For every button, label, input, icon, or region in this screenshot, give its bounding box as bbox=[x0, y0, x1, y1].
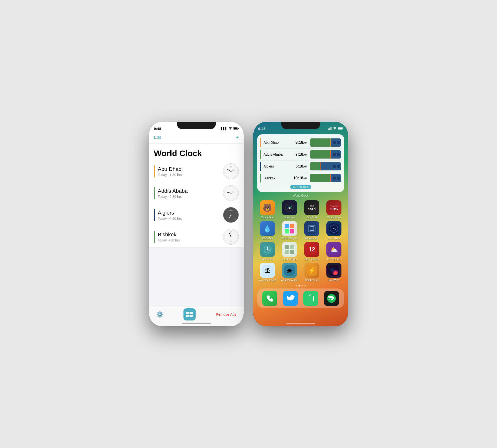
city-bar-algiers bbox=[154, 209, 155, 221]
status-icons: ▌▌▌ bbox=[221, 127, 239, 130]
dock-spotify[interactable] bbox=[324, 291, 339, 306]
dock-icon-twitter bbox=[283, 291, 298, 306]
status-time-phone2: 9:48 bbox=[258, 127, 265, 131]
settings-icon[interactable]: ⚙️ bbox=[156, 311, 164, 318]
app-icon-solarwatch bbox=[326, 263, 342, 278]
add-button[interactable]: + bbox=[236, 134, 239, 141]
widget-bar-algiers bbox=[260, 162, 261, 171]
city-offset-bishkek: Today, +30 hrs bbox=[158, 238, 223, 242]
svg-point-18 bbox=[231, 236, 232, 237]
city-offset-abu-dhabi: Today, -1:30 hrs bbox=[158, 173, 223, 177]
dock-icon-spotify bbox=[324, 291, 339, 306]
dock bbox=[257, 288, 344, 308]
app-clockwidget[interactable]: Clock Widget bbox=[281, 242, 299, 261]
clock-item-algiers[interactable]: Algiers Today, -4:30 hrs AM 5 bbox=[149, 204, 244, 226]
status-bar-phone2: 9:48 bbox=[253, 122, 348, 132]
app-widgetsmith[interactable]: Widgetsmith bbox=[303, 221, 321, 240]
svg-rect-35 bbox=[285, 229, 289, 233]
app-clockgallery[interactable]: 12 Clock Gallery bbox=[303, 242, 321, 261]
app-label-climacell: ClimaCell bbox=[262, 237, 273, 240]
svg-point-10 bbox=[231, 193, 232, 194]
widget-row-addis-ababa: Addis Ababa 7:18AM bbox=[260, 149, 341, 160]
city-info-abu-dhabi: Abu Dhabi Today, -1:30 hrs bbox=[158, 166, 223, 177]
phone1-screen: 9:48 ▌▌▌ Edit + World Clock bbox=[149, 122, 244, 326]
app-weatherwidget1[interactable]: 🏝 Weather widget bbox=[258, 263, 277, 282]
phone-home-screen: 9:48 Abu Dhabi 8:18AM bbox=[253, 122, 348, 326]
svg-rect-25 bbox=[330, 127, 330, 130]
app-tunnelbear[interactable]: 🐻 TunnelBear bbox=[258, 200, 277, 219]
dock-phone[interactable] bbox=[262, 291, 277, 306]
app-speedtest[interactable]: Speedtest bbox=[281, 200, 299, 219]
phone-world-clock: 9:48 ▌▌▌ Edit + World Clock bbox=[149, 122, 244, 326]
app-label-weatherwidget2: Weather Widget bbox=[281, 279, 298, 282]
get-themes-button[interactable]: GET THEMES bbox=[290, 185, 311, 189]
dock-twitter[interactable] bbox=[283, 291, 298, 306]
widget-time-bishkek: 10:18AM bbox=[293, 176, 307, 180]
app-icon-timesprime: TIMES PRIME bbox=[326, 200, 342, 215]
widget-timeline-bishkek bbox=[310, 174, 341, 182]
dock-evernote[interactable] bbox=[303, 291, 318, 306]
battery-icon bbox=[233, 127, 239, 130]
remove-ads-button[interactable]: Remove Ads bbox=[216, 312, 236, 316]
city-name-addis-ababa: Addis Ababa bbox=[158, 188, 223, 194]
home-bar-phone2 bbox=[286, 323, 315, 324]
app-clockface[interactable]: Clock Face bbox=[325, 221, 343, 240]
app-icon-speedtest bbox=[282, 200, 297, 215]
widget-city-algiers: Algiers bbox=[264, 164, 295, 168]
widget-city-bishkek: Bishkek bbox=[264, 176, 293, 180]
app-grid-row1: 🐻 TunnelBear Speedtest bbox=[253, 198, 348, 221]
city-offset-addis-ababa: Today, -2:30 hrs bbox=[158, 195, 223, 199]
app-label-solarwatch: SolarWatch bbox=[328, 279, 340, 282]
city-info-addis-ababa: Addis Ababa Today, -2:30 hrs bbox=[158, 188, 223, 199]
widget-city-abu-dhabi: Abu Dhabi bbox=[264, 141, 295, 144]
page-dots bbox=[253, 285, 348, 287]
svg-text:🏝: 🏝 bbox=[265, 267, 270, 274]
app-weatherwidget2[interactable]: 🌧 Weather Widget bbox=[281, 263, 299, 282]
app-label-clockgallery: Clock Gallery bbox=[305, 258, 319, 261]
city-info-algiers: Algiers Today, -4:30 hrs bbox=[158, 210, 223, 220]
svg-point-6 bbox=[231, 171, 232, 172]
city-bar-abu-dhabi bbox=[154, 165, 155, 177]
app-label-colorwidgets: Color Widgets bbox=[282, 237, 297, 240]
app-timesprime[interactable]: TIMES PRIME Times Prime bbox=[325, 200, 343, 219]
app-icon-clockwidget bbox=[282, 242, 297, 257]
clock-item-abu-dhabi[interactable]: Abu Dhabi Today, -1:30 hrs 8 AM bbox=[149, 160, 244, 182]
svg-rect-51 bbox=[290, 245, 294, 249]
svg-rect-50 bbox=[285, 245, 289, 249]
clock-item-bishkek[interactable]: Bishkek Today, +30 hrs 10 AM bbox=[149, 226, 244, 248]
app-worldclock[interactable]: World Clock bbox=[258, 242, 277, 261]
edit-button[interactable]: Edit bbox=[154, 135, 161, 140]
city-name-bishkek: Bishkek bbox=[158, 232, 223, 238]
svg-rect-21 bbox=[186, 315, 189, 317]
svg-text:12: 12 bbox=[308, 246, 315, 253]
widget-timeline-abu-dhabi bbox=[310, 138, 341, 147]
widget-bar-bishkek bbox=[260, 174, 261, 183]
svg-rect-2 bbox=[234, 127, 238, 129]
app-colorwidgets[interactable]: Color Widgets bbox=[281, 221, 299, 240]
widget-bar-abu-dhabi bbox=[260, 138, 261, 147]
world-clock-widget[interactable]: Abu Dhabi 8:18AM A bbox=[257, 134, 344, 192]
app-climacell[interactable]: 💧 ClimaCell bbox=[258, 221, 277, 240]
svg-point-66 bbox=[330, 268, 334, 272]
widget-icon[interactable] bbox=[184, 308, 196, 320]
clock-item-addis-ababa[interactable]: Addis Ababa Today, -2:30 hrs 7 AM bbox=[149, 182, 244, 204]
dock-icon-evernote bbox=[303, 291, 318, 306]
widget-timeline-algiers bbox=[310, 162, 341, 170]
home-bar-phone1 bbox=[182, 323, 211, 324]
app-grid-row4: 🏝 Weather widget 🌧 Weather Widget bbox=[253, 263, 348, 284]
svg-point-67 bbox=[327, 294, 336, 303]
svg-rect-34 bbox=[290, 224, 294, 228]
app-weatherline[interactable]: ⚡ Weather Line bbox=[303, 263, 321, 282]
phone2-screen: 9:48 Abu Dhabi 8:18AM bbox=[253, 122, 348, 326]
wifi-icon bbox=[229, 127, 232, 130]
svg-rect-29 bbox=[338, 127, 342, 129]
app-heyweather[interactable]: ⛅ HeyWeather bbox=[325, 242, 343, 261]
svg-rect-20 bbox=[189, 312, 193, 314]
city-bar-addis-ababa bbox=[154, 187, 155, 199]
svg-rect-53 bbox=[290, 250, 294, 254]
svg-rect-22 bbox=[189, 315, 193, 317]
app-solarwatch[interactable]: SolarWatch bbox=[325, 263, 343, 282]
app-label-timesprime: Times Prime bbox=[327, 216, 341, 219]
app-label-heyweather: HeyWeather bbox=[327, 258, 341, 261]
app-onecard[interactable]: one card OneCard bbox=[303, 200, 321, 219]
